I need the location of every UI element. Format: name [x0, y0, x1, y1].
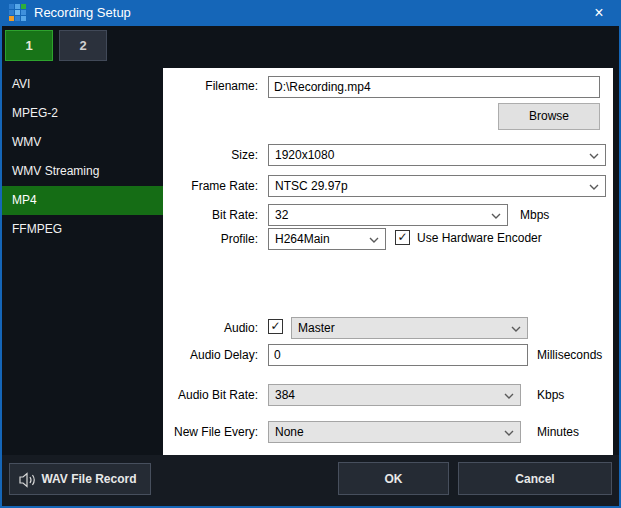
browse-button[interactable]: Browse — [498, 103, 600, 130]
sidebar-item-mpeg2[interactable]: MPEG-2 — [0, 99, 163, 128]
audio-checkbox[interactable]: ✓ — [268, 319, 283, 334]
size-label: Size: — [163, 148, 258, 163]
ok-button[interactable]: OK — [338, 462, 449, 495]
audio-bit-rate-unit: Kbps — [537, 388, 564, 403]
sidebar-item-wmv[interactable]: WMV — [0, 128, 163, 157]
size-select[interactable]: 1920x1080 — [268, 144, 606, 166]
audio-delay-input[interactable] — [268, 344, 528, 366]
settings-panel: Filename: Browse Size: 1920x1080 Frame R… — [163, 68, 613, 455]
frame-rate-label: Frame Rate: — [163, 179, 258, 194]
speaker-icon — [19, 472, 38, 488]
chevron-down-icon — [589, 184, 599, 190]
tab-2[interactable]: 2 — [59, 30, 107, 61]
audio-label: Audio: — [163, 321, 258, 336]
check-icon: ✓ — [397, 230, 407, 244]
hardware-encoder-label: Use Hardware Encoder — [417, 231, 542, 246]
window-title: Recording Setup — [34, 0, 131, 26]
title-bar[interactable]: Recording Setup × — [0, 0, 621, 26]
new-file-every-label: New File Every: — [163, 425, 258, 440]
filename-label: Filename: — [163, 79, 258, 94]
audio-source-select[interactable]: Master — [291, 317, 528, 339]
new-file-every-select[interactable]: None — [268, 421, 521, 443]
chevron-down-icon — [511, 326, 521, 332]
sidebar-item-ffmpeg[interactable]: FFMPEG — [0, 215, 163, 244]
frame-rate-select[interactable]: NTSC 29.97p — [268, 175, 606, 197]
hardware-encoder-checkbox[interactable]: ✓ — [395, 230, 410, 245]
recording-setup-dialog: Recording Setup × 1 2 AVI MPEG-2 WMV WMV… — [0, 0, 621, 508]
bit-rate-unit: Mbps — [520, 208, 549, 223]
new-file-every-unit: Minutes — [537, 425, 579, 440]
app-logo-grid-icon — [9, 4, 26, 21]
profile-label: Profile: — [163, 232, 258, 247]
bit-rate-select[interactable]: 32 — [268, 204, 508, 226]
chevron-down-icon — [589, 153, 599, 159]
tab-1[interactable]: 1 — [5, 30, 53, 61]
wav-file-record-button[interactable]: WAV File Record — [9, 463, 151, 495]
chevron-down-icon — [491, 213, 501, 219]
audio-delay-label: Audio Delay: — [163, 348, 258, 363]
sidebar-item-wmv-streaming[interactable]: WMV Streaming — [0, 157, 163, 186]
chevron-down-icon — [369, 237, 379, 243]
audio-bit-rate-select[interactable]: 384 — [268, 384, 521, 406]
audio-delay-unit: Milliseconds — [537, 348, 602, 363]
filename-input[interactable] — [268, 76, 600, 98]
check-icon: ✓ — [270, 319, 280, 333]
sidebar-item-avi[interactable]: AVI — [0, 70, 163, 99]
cancel-button[interactable]: Cancel — [458, 462, 612, 495]
sidebar-item-mp4[interactable]: MP4 — [0, 186, 163, 215]
audio-bit-rate-label: Audio Bit Rate: — [163, 388, 258, 403]
profile-select[interactable]: H264Main — [268, 228, 386, 250]
close-icon[interactable]: × — [583, 0, 615, 26]
chevron-down-icon — [504, 430, 514, 436]
bit-rate-label: Bit Rate: — [163, 208, 258, 223]
chevron-down-icon — [504, 393, 514, 399]
